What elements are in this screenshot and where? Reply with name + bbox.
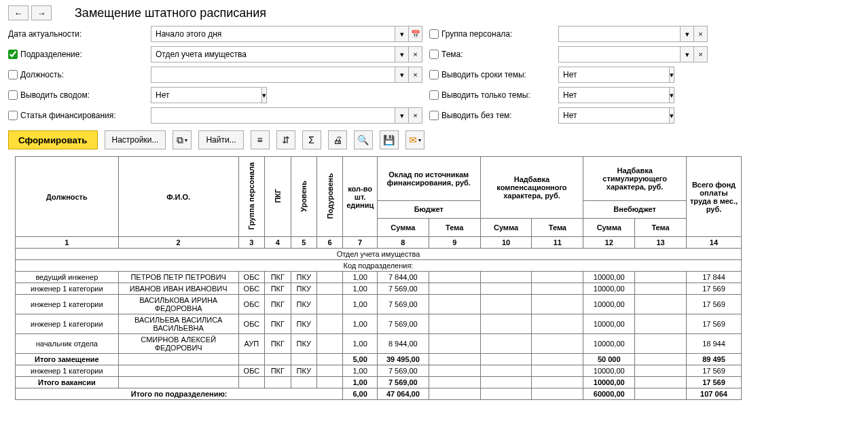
table-row: инженер 1 категорииВАСИЛЬЕВА ВАСИЛИСА ВА… [16, 314, 742, 334]
save-button[interactable]: 💾 [380, 130, 399, 149]
table-cell: ведущий инженер [16, 272, 119, 283]
th-colnum: 10 [480, 237, 532, 249]
th-position: Должность [16, 157, 119, 237]
th-qty: кол-во шт. единиц [343, 157, 378, 237]
table-cell [532, 334, 583, 354]
table-row: Итого замещение5,0039 495,0050 00089 495 [16, 354, 742, 365]
table-cell [291, 377, 317, 388]
topic-checkbox[interactable] [429, 50, 439, 59]
table-cell: 10000,00 [583, 314, 635, 334]
table-cell [317, 283, 342, 295]
group-dropdown-button[interactable]: ▾ [681, 26, 694, 42]
only-topics-checkbox[interactable] [429, 90, 439, 100]
table-cell [532, 314, 583, 334]
table-cell: ВАСИЛЬЕВА ВАСИЛИСА ВАСИЛЬЕВНА [118, 314, 238, 334]
summary-input[interactable] [151, 87, 262, 103]
position-dropdown-button[interactable]: ▾ [395, 67, 409, 83]
table-cell [291, 354, 317, 365]
code-row: Код подразделения: [16, 260, 742, 272]
table-cell [532, 365, 583, 377]
drill-button[interactable]: ⇵ [276, 130, 295, 149]
generate-button[interactable]: Сформировать [8, 130, 98, 149]
table-cell: 10000,00 [583, 283, 635, 295]
only-topics-dropdown-button[interactable]: ▾ [670, 87, 674, 103]
finance-label: Статья финансирования: [20, 111, 116, 120]
print-button[interactable]: 🖨 [328, 130, 347, 149]
position-clear-button[interactable]: × [409, 67, 422, 83]
nav-forward-button[interactable]: → [31, 5, 52, 20]
table-cell [429, 388, 480, 400]
table-cell: ИВАНОВ ИВАН ИВАНОВИЧ [118, 283, 238, 295]
table-cell: 1,00 [343, 314, 378, 334]
table-cell [118, 377, 238, 388]
th-colnum: 3 [238, 237, 264, 249]
summary-checkbox[interactable] [8, 90, 18, 100]
show-topic-terms-input[interactable] [558, 67, 670, 83]
date-dropdown-button[interactable]: ▾ [395, 26, 409, 42]
group-input[interactable] [558, 26, 681, 42]
table-cell: Итого по подразделению: [16, 388, 343, 400]
subdivision-input[interactable] [151, 46, 395, 62]
summary-dropdown-button[interactable]: ▾ [262, 87, 267, 103]
table-cell [532, 272, 583, 283]
table-cell [429, 365, 480, 377]
only-topics-input[interactable] [558, 87, 670, 103]
no-topics-input[interactable] [558, 107, 670, 124]
table-cell: 50 000 [583, 354, 635, 365]
table-cell: АУП [238, 334, 264, 354]
save-icon: 💾 [383, 134, 395, 145]
settings-button[interactable]: Настройки... [105, 130, 166, 149]
table-row: инженер 1 категорииОБСПКГПКУ1,007 569,00… [16, 365, 742, 377]
finance-dropdown-button[interactable]: ▾ [395, 107, 409, 124]
no-topics-dropdown-button[interactable]: ▾ [670, 107, 674, 124]
th-fio: Ф.И.О. [118, 157, 238, 237]
table-cell [317, 354, 342, 365]
th-total: Всего фонд оплаты труда в мес., руб. [686, 157, 741, 237]
table-cell [480, 388, 532, 400]
date-calendar-button[interactable]: 📅 [409, 26, 422, 42]
table-cell: 10000,00 [583, 334, 635, 354]
mail-icon: ✉ [409, 134, 417, 145]
topic-clear-button[interactable]: × [694, 46, 708, 62]
nav-back-button[interactable]: ← [8, 5, 29, 20]
finance-input[interactable] [151, 107, 395, 124]
th-colnum: 12 [583, 237, 635, 249]
table-cell: 18 944 [686, 334, 741, 354]
copy-button[interactable]: ⧉▾ [173, 130, 192, 149]
mail-button[interactable]: ✉▾ [405, 130, 424, 149]
table-cell [118, 365, 238, 377]
topic-input[interactable] [558, 46, 681, 62]
date-input[interactable] [151, 26, 395, 42]
subdivision-checkbox[interactable] [8, 50, 18, 59]
position-label: Должность: [20, 70, 64, 79]
position-checkbox[interactable] [8, 70, 18, 79]
finance-checkbox[interactable] [8, 111, 18, 120]
show-topic-terms-checkbox[interactable] [429, 70, 439, 79]
preview-button[interactable]: 🔍 [354, 130, 373, 149]
table-cell: ПКУ [291, 334, 317, 354]
position-input[interactable] [151, 67, 395, 83]
expand-button[interactable]: ≡ [251, 130, 270, 149]
table-cell [480, 283, 532, 295]
sum-button[interactable]: Σ [302, 130, 321, 149]
show-topic-terms-dropdown-button[interactable]: ▾ [670, 67, 674, 83]
finance-clear-button[interactable]: × [409, 107, 422, 124]
table-cell: инженер 1 категории [16, 295, 119, 314]
table-cell: СМИРНОВ АЛЕКСЕЙ ФЕДОРОВИЧ [118, 334, 238, 354]
sum-icon: Σ [308, 134, 314, 145]
find-button[interactable]: Найти... [198, 130, 243, 149]
no-topics-checkbox[interactable] [429, 111, 439, 120]
table-cell [480, 377, 532, 388]
table-cell: 7 569,00 [377, 377, 429, 388]
table-cell: 107 064 [686, 388, 741, 400]
subdivision-dropdown-button[interactable]: ▾ [395, 46, 409, 62]
subdivision-clear-button[interactable]: × [409, 46, 422, 62]
topic-dropdown-button[interactable]: ▾ [681, 46, 694, 62]
table-cell [480, 272, 532, 283]
topic-label: Тема: [441, 50, 463, 59]
group-checkbox[interactable] [429, 29, 439, 39]
table-cell: ОБС [238, 283, 264, 295]
group-clear-button[interactable]: × [694, 26, 708, 42]
section-row: Отдел учета имущества [16, 249, 742, 260]
table-cell: ПКУ [291, 365, 317, 377]
